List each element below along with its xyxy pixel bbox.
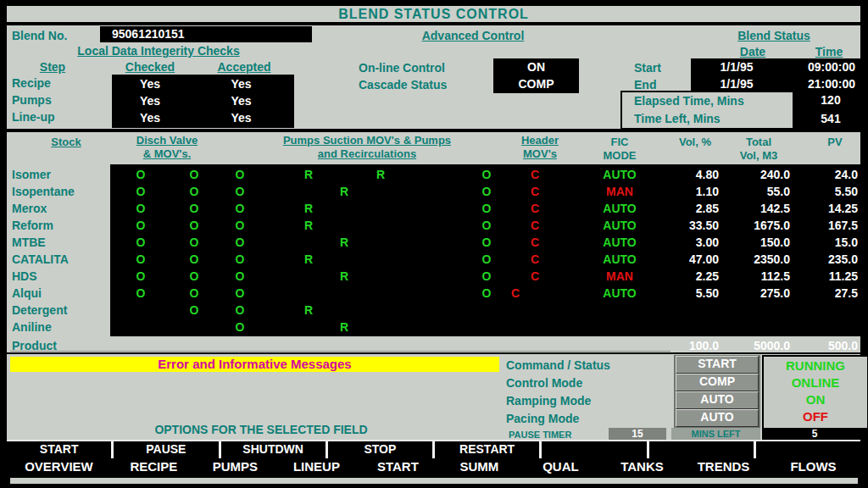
valve-open-indicator[interactable]: O <box>223 183 257 200</box>
valve-open-indicator[interactable]: O <box>470 183 504 200</box>
nav-button-overview[interactable]: OVERVIEW <box>7 458 111 475</box>
recirculation-indicator[interactable]: R <box>292 166 326 183</box>
valve-open-indicator[interactable]: O <box>223 200 257 217</box>
pv-value: 14.25 <box>773 200 858 217</box>
recirculation-indicator[interactable]: R <box>327 319 361 336</box>
pause-timer-field[interactable]: 15 <box>609 428 666 440</box>
valve-open-indicator[interactable]: O <box>124 217 158 234</box>
valve-closed-indicator[interactable]: C <box>498 285 532 302</box>
nav-button-start[interactable]: START <box>359 458 437 475</box>
recirculation-indicator[interactable]: R <box>292 302 326 319</box>
valve-open-indicator[interactable]: O <box>223 217 257 234</box>
valve-open-indicator[interactable]: O <box>470 234 504 251</box>
valve-open-indicator[interactable]: O <box>124 183 158 200</box>
valve-open-indicator[interactable]: O <box>470 268 504 285</box>
valve-open-indicator[interactable]: O <box>177 251 211 268</box>
col-header-stock: Stock <box>28 136 104 149</box>
control-mode-button[interactable]: COMP <box>676 374 759 391</box>
advanced-control-values-box[interactable]: ON COMP <box>493 58 579 93</box>
valve-closed-indicator[interactable]: C <box>518 166 552 183</box>
command-row-label: Ramping Mode <box>506 392 610 410</box>
recirculation-indicator[interactable]: R <box>327 234 361 251</box>
valve-open-indicator[interactable]: O <box>223 285 257 302</box>
valve-open-indicator[interactable]: O <box>470 166 504 183</box>
valve-open-indicator[interactable]: O <box>223 302 257 319</box>
pause-action-button[interactable]: PAUSE <box>114 441 220 458</box>
restart-action-button[interactable]: RESTART <box>435 441 542 458</box>
message-banner: Error and Informative Messages <box>10 357 499 372</box>
mins-left-field: 5 <box>762 428 867 440</box>
nav-button-lineup[interactable]: LINEUP <box>278 458 355 475</box>
valve-open-indicator[interactable]: O <box>177 268 211 285</box>
valve-open-indicator[interactable]: O <box>124 234 158 251</box>
recirculation-indicator[interactable]: R <box>364 166 398 183</box>
valve-open-indicator[interactable]: O <box>124 251 158 268</box>
nav-button-summ[interactable]: SUMM <box>441 458 518 475</box>
nav-button-recipe[interactable]: RECIPE <box>115 458 192 475</box>
stock-row-label-merox: Merox <box>12 200 107 217</box>
recirculation-indicator[interactable]: R <box>327 268 361 285</box>
command-button-strip: STARTCOMPAUTOAUTO <box>674 355 760 428</box>
elapsed-time-value: 120 <box>794 91 867 109</box>
date-column-header: Date <box>719 43 787 58</box>
valve-open-indicator[interactable]: O <box>470 217 504 234</box>
valve-open-indicator[interactable]: O <box>177 302 211 319</box>
blend-no-field[interactable]: 95061210151 <box>100 26 312 42</box>
bottom-strip <box>10 478 858 484</box>
nav-button-flows[interactable]: FLOWS <box>766 458 860 475</box>
valve-closed-indicator[interactable]: C <box>518 200 552 217</box>
valve-open-indicator[interactable]: O <box>177 183 211 200</box>
nav-button-qual[interactable]: QUAL <box>522 458 599 475</box>
recirculation-indicator[interactable]: R <box>292 251 326 268</box>
stock-row-label-hds: HDS <box>12 268 107 285</box>
online-control-label: On-line Control <box>359 59 445 76</box>
col-header-fic-1: FIC <box>590 136 649 149</box>
nav-button-pumps[interactable]: PUMPS <box>197 458 274 475</box>
valve-open-indicator[interactable]: O <box>124 285 158 302</box>
valve-open-indicator[interactable]: O <box>177 234 211 251</box>
pacing-mode-button[interactable]: AUTO <box>676 409 759 427</box>
valve-open-indicator[interactable]: O <box>223 268 257 285</box>
stock-row-label-isomer: Isomer <box>12 166 107 183</box>
valve-closed-indicator[interactable]: C <box>518 268 552 285</box>
recirculation-indicator[interactable]: R <box>292 200 326 217</box>
valve-open-indicator[interactable]: O <box>177 217 211 234</box>
ramping-mode-button[interactable]: AUTO <box>676 391 759 409</box>
integrity-col-accepted: Accepted <box>206 58 282 74</box>
valve-closed-indicator[interactable]: C <box>518 251 552 268</box>
status-value-off: OFF <box>764 408 867 425</box>
bottom-panel: Error and Informative Messages OPTIONS F… <box>7 354 860 440</box>
shutdwn-action-button[interactable]: SHUTDWN <box>221 441 328 458</box>
command-row-label: Control Mode <box>506 374 610 392</box>
valve-open-indicator[interactable]: O <box>223 234 257 251</box>
valve-open-indicator[interactable]: O <box>223 251 257 268</box>
elapsed-time-frame: Elapsed Time, Mins Time Left, Mins <box>620 91 794 130</box>
start-action-button[interactable]: START <box>7 441 114 458</box>
valve-open-indicator[interactable]: O <box>223 319 257 336</box>
action-button-row: STARTPAUSESHUTDWNSTOPRESTART <box>7 440 860 458</box>
recirculation-indicator[interactable]: R <box>327 183 361 200</box>
valve-open-indicator[interactable]: O <box>124 268 158 285</box>
valve-open-indicator[interactable]: O <box>470 251 504 268</box>
pv-value: 15.0 <box>773 234 858 251</box>
valve-open-indicator[interactable]: O <box>223 166 257 183</box>
pv-value: 27.5 <box>773 285 858 302</box>
valve-open-indicator[interactable]: O <box>124 166 158 183</box>
valve-closed-indicator[interactable]: C <box>518 217 552 234</box>
valve-open-indicator[interactable]: O <box>124 200 158 217</box>
integrity-step-pumps: Pumps <box>12 92 105 108</box>
valve-open-indicator[interactable]: O <box>177 285 211 302</box>
col-header-header-movs-1: Header <box>502 134 578 147</box>
stop-action-button[interactable]: STOP <box>328 441 435 458</box>
valve-open-indicator[interactable]: O <box>177 200 211 217</box>
nav-button-trends[interactable]: TRENDS <box>685 458 762 475</box>
nav-button-tanks[interactable]: TANKS <box>604 458 681 475</box>
blend-no-label: Blend No. <box>12 27 67 44</box>
valve-open-indicator[interactable]: O <box>470 200 504 217</box>
command-status-button[interactable]: START <box>676 356 759 374</box>
mins-left-label: MINS LEFT <box>671 428 760 440</box>
valve-open-indicator[interactable]: O <box>177 166 211 183</box>
valve-closed-indicator[interactable]: C <box>518 183 552 200</box>
valve-closed-indicator[interactable]: C <box>518 234 552 251</box>
recirculation-indicator[interactable]: R <box>292 217 326 234</box>
